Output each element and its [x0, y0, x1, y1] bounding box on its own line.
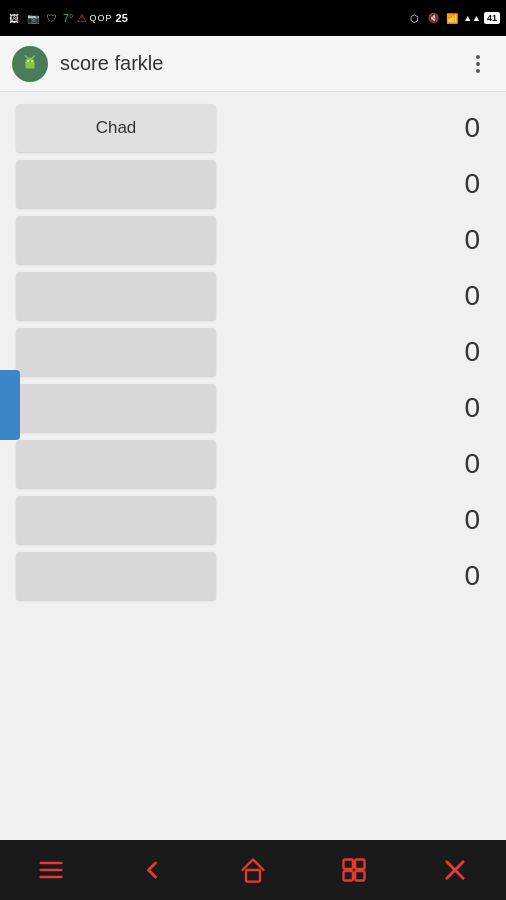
player-name-button-2[interactable] [16, 160, 216, 208]
app-bar: score farkle [0, 36, 506, 92]
status-bar: 🖼 📷 🛡 7° ⚠ QOP 25 ⬡ 🔇 📶 ▲▲ 41 [0, 0, 506, 36]
player-row: 0 [16, 328, 490, 376]
overflow-menu-button[interactable] [462, 48, 494, 80]
svg-rect-13 [355, 871, 364, 880]
wifi-icon: 📶 [444, 10, 460, 26]
temp-indicator: 7° [63, 12, 74, 24]
camera-icon: 📷 [25, 10, 41, 26]
player-name-button-5[interactable] [16, 328, 216, 376]
image-icon: 🖼 [6, 10, 22, 26]
player-score-3: 0 [430, 224, 490, 256]
bottom-nav [0, 840, 506, 900]
player-name-button-7[interactable] [16, 440, 216, 488]
player-row: 0 [16, 384, 490, 432]
player-score-4: 0 [430, 280, 490, 312]
player-score-1: 0 [430, 112, 490, 144]
svg-point-3 [31, 60, 33, 62]
player-row: 0 [16, 216, 490, 264]
signal-icon: ▲▲ [463, 13, 481, 23]
svg-rect-11 [355, 860, 364, 869]
svg-rect-10 [344, 860, 353, 869]
player-name-button-3[interactable] [16, 216, 216, 264]
warning-icon: ⚠ [77, 12, 87, 25]
shield-icon: 🛡 [44, 10, 60, 26]
svg-rect-12 [344, 871, 353, 880]
svg-line-4 [25, 55, 27, 57]
close-button[interactable] [441, 856, 469, 884]
player-score-8: 0 [430, 504, 490, 536]
player-score-6: 0 [430, 392, 490, 424]
player-row: 0 [16, 272, 490, 320]
main-content: Chad000000000 [0, 92, 506, 840]
player-row: 0 [16, 552, 490, 600]
three-dots-icon [476, 55, 480, 73]
home-button[interactable] [239, 856, 267, 884]
player-list: Chad000000000 [16, 104, 490, 600]
svg-rect-9 [246, 870, 260, 882]
player-score-7: 0 [430, 448, 490, 480]
back-button[interactable] [138, 856, 166, 884]
side-indicator [0, 370, 20, 440]
app-icon [12, 46, 48, 82]
player-score-2: 0 [430, 168, 490, 200]
player-name-button-4[interactable] [16, 272, 216, 320]
menu-button[interactable] [37, 856, 65, 884]
player-name-button-6[interactable] [16, 384, 216, 432]
player-score-5: 0 [430, 336, 490, 368]
svg-rect-1 [25, 62, 34, 68]
player-score-9: 0 [430, 560, 490, 592]
player-row: 0 [16, 160, 490, 208]
player-name-button-1[interactable]: Chad [16, 104, 216, 152]
recent-button[interactable] [340, 856, 368, 884]
bluetooth-icon: ⬡ [406, 10, 422, 26]
player-row: 0 [16, 496, 490, 544]
volume-icon: 🔇 [425, 10, 441, 26]
player-name-button-9[interactable] [16, 552, 216, 600]
status-bar-right: ⬡ 🔇 📶 ▲▲ 41 [406, 10, 500, 26]
status-bar-left: 🖼 📷 🛡 7° ⚠ QOP 25 [6, 10, 128, 26]
player-name-button-8[interactable] [16, 496, 216, 544]
svg-point-2 [27, 60, 29, 62]
app-title: score farkle [60, 52, 462, 75]
player-row: 0 [16, 440, 490, 488]
player-row: Chad0 [16, 104, 490, 152]
svg-line-5 [33, 55, 35, 57]
status-time: 25 [116, 12, 128, 24]
app-icons: QOP [90, 13, 113, 23]
battery-level: 41 [484, 12, 500, 24]
